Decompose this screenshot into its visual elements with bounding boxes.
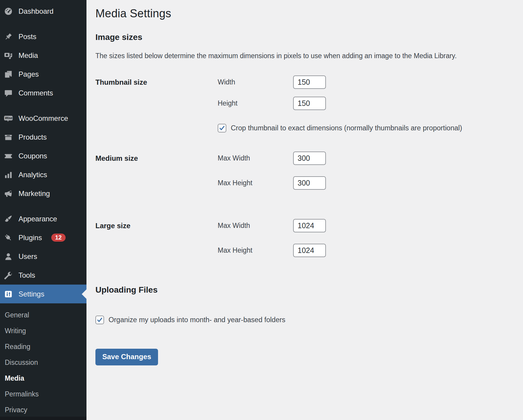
sidebar-item-woocommerce[interactable]: Woo WooCommerce xyxy=(0,109,86,128)
ticket-icon xyxy=(4,152,13,160)
sidebar-item-marketing[interactable]: Marketing xyxy=(0,184,86,203)
active-item-arrow xyxy=(82,289,86,299)
medium-max-width-label: Max Width xyxy=(218,154,293,162)
image-sizes-heading: Image sizes xyxy=(95,33,511,42)
sidebar-item-label: Comments xyxy=(18,89,53,97)
media-settings-page: Media Settings Image sizes The sizes lis… xyxy=(86,0,523,420)
sidebar-item-analytics[interactable]: Analytics xyxy=(0,165,86,184)
sliders-icon xyxy=(4,290,13,299)
large-size-label: Large size xyxy=(95,219,218,257)
thumbnail-width-line: Width xyxy=(218,75,511,89)
admin-sidebar: Dashboard Posts Media Pages Commen xyxy=(0,0,86,420)
product-box-icon xyxy=(4,133,13,142)
sidebar-bottom-strip xyxy=(0,417,86,420)
sidebar-subitem-reading[interactable]: Reading xyxy=(0,339,86,355)
sidebar-item-label: WooCommerce xyxy=(18,114,68,123)
large-size-row: Large size Max Width Max Height xyxy=(95,219,511,257)
medium-size-label: Medium size xyxy=(95,152,218,190)
image-sizes-description: The sizes listed below determine the max… xyxy=(95,52,511,60)
thumbnail-width-label: Width xyxy=(218,78,293,86)
bar-chart-icon xyxy=(4,170,13,179)
checkmark-icon xyxy=(219,125,225,131)
thumbnail-width-input[interactable] xyxy=(293,75,326,89)
sidebar-item-label: Dashboard xyxy=(18,7,53,16)
large-max-height-line: Max Height xyxy=(218,244,511,257)
menu-separator xyxy=(0,102,86,109)
user-icon xyxy=(4,252,13,261)
medium-max-width-input[interactable] xyxy=(293,152,326,165)
sidebar-subitem-general[interactable]: General xyxy=(0,307,86,323)
organize-uploads-label: Organize my uploads into month- and year… xyxy=(109,316,285,324)
admin-menu: Dashboard Posts Media Pages Commen xyxy=(0,0,86,303)
medium-size-row: Medium size Max Width Max Height xyxy=(95,152,511,190)
sidebar-item-products[interactable]: Products xyxy=(0,128,86,146)
sidebar-item-appearance[interactable]: Appearance xyxy=(0,209,86,228)
sidebar-item-label: Products xyxy=(18,133,47,141)
large-max-height-input[interactable] xyxy=(293,244,326,257)
sidebar-item-users[interactable]: Users xyxy=(0,247,86,266)
sidebar-subitem-writing[interactable]: Writing xyxy=(0,323,86,339)
stacked-pages-icon xyxy=(4,70,13,79)
sidebar-item-dashboard[interactable]: Dashboard xyxy=(0,2,86,21)
crop-thumbnail-line: Crop thumbnail to exact dimensions (norm… xyxy=(218,124,511,132)
paintbrush-icon xyxy=(4,214,13,223)
sidebar-item-plugins[interactable]: Plugins 12 xyxy=(0,228,86,247)
sidebar-item-posts[interactable]: Posts xyxy=(0,27,86,46)
sidebar-item-label: Settings xyxy=(18,290,44,298)
sidebar-item-label: Plugins xyxy=(18,234,42,242)
large-max-width-input[interactable] xyxy=(293,219,326,232)
thumbnail-height-input[interactable] xyxy=(293,97,326,110)
sidebar-item-label: Media xyxy=(18,51,38,60)
large-max-width-line: Max Width xyxy=(218,219,511,232)
sidebar-item-label: Marketing xyxy=(18,189,50,198)
wrench-icon xyxy=(4,271,13,280)
organize-uploads-checkbox[interactable] xyxy=(95,316,104,324)
thumbnail-height-line: Height xyxy=(218,97,511,110)
thumbnail-size-row: Thumbnail size Width Height Crop thumbna… xyxy=(95,75,511,132)
menu-separator xyxy=(0,21,86,27)
medium-max-height-input[interactable] xyxy=(293,176,326,190)
sidebar-item-media[interactable]: Media xyxy=(0,46,86,65)
sidebar-item-tools[interactable]: Tools xyxy=(0,266,86,285)
sidebar-item-label: Coupons xyxy=(18,152,47,160)
sidebar-item-pages[interactable]: Pages xyxy=(0,65,86,84)
camera-icon xyxy=(4,51,13,60)
sidebar-item-label: Tools xyxy=(18,271,35,280)
sidebar-subitem-privacy[interactable]: Privacy xyxy=(0,402,86,418)
sidebar-item-label: Analytics xyxy=(18,171,47,179)
sidebar-item-coupons[interactable]: Coupons xyxy=(0,146,86,165)
update-count-badge: 12 xyxy=(51,234,66,242)
sidebar-item-settings[interactable]: Settings xyxy=(0,285,86,303)
sidebar-item-comments[interactable]: Comments xyxy=(0,84,86,102)
settings-submenu: General Writing Reading Discussion Media… xyxy=(0,303,86,418)
medium-size-fields: Max Width Max Height xyxy=(218,152,511,190)
sidebar-subitem-permalinks[interactable]: Permalinks xyxy=(0,386,86,402)
sidebar-subitem-media[interactable]: Media xyxy=(0,370,86,386)
medium-max-height-line: Max Height xyxy=(218,176,511,190)
svg-text:Woo: Woo xyxy=(5,116,13,120)
menu-separator xyxy=(0,203,86,209)
plug-icon xyxy=(4,233,13,242)
medium-max-height-label: Max Height xyxy=(218,179,293,187)
save-changes-button[interactable]: Save Changes xyxy=(95,349,158,365)
large-max-width-label: Max Width xyxy=(218,222,293,230)
pushpin-icon xyxy=(4,32,13,41)
medium-max-width-line: Max Width xyxy=(218,152,511,165)
sidebar-item-label: Pages xyxy=(18,70,39,78)
sidebar-item-label: Users xyxy=(18,252,37,261)
comment-bubble-icon xyxy=(4,89,13,98)
sidebar-item-label: Appearance xyxy=(18,215,57,223)
sidebar-subitem-discussion[interactable]: Discussion xyxy=(0,355,86,370)
crop-thumbnail-checkbox[interactable] xyxy=(218,124,226,132)
woocommerce-logo-icon: Woo xyxy=(4,114,13,123)
organize-uploads-line: Organize my uploads into month- and year… xyxy=(95,316,511,324)
large-max-height-label: Max Height xyxy=(218,246,293,254)
page-title: Media Settings xyxy=(95,7,511,20)
thumbnail-height-label: Height xyxy=(218,99,293,107)
checkmark-icon xyxy=(97,317,103,323)
crop-thumbnail-label: Crop thumbnail to exact dimensions (norm… xyxy=(231,124,462,132)
large-size-fields: Max Width Max Height xyxy=(218,219,511,257)
thumbnail-size-label: Thumbnail size xyxy=(95,75,218,132)
uploading-files-heading: Uploading Files xyxy=(95,285,511,295)
megaphone-icon xyxy=(4,189,13,198)
